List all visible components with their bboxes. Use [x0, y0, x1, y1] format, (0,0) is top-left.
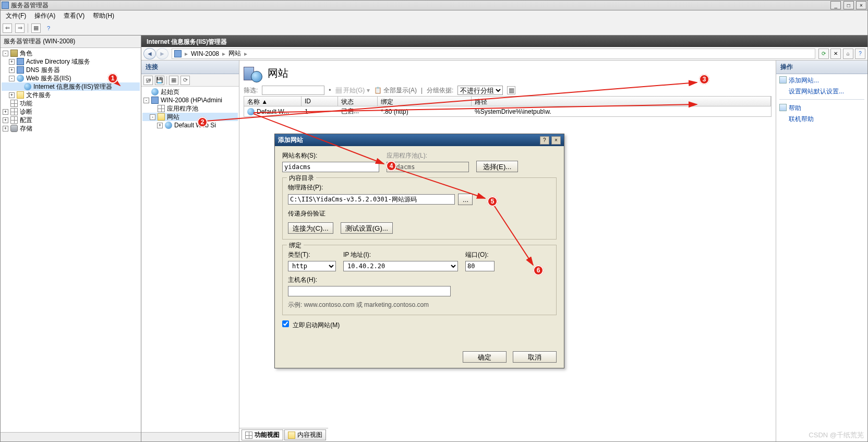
tree-hscroll[interactable]	[1, 432, 141, 441]
window-title: 服务器管理器	[11, 1, 49, 10]
action-online-help[interactable]: 联机帮助	[776, 114, 867, 125]
tree-item-features[interactable]: 功能	[2, 99, 140, 107]
port-input[interactable]	[465, 261, 495, 271]
physical-path-input[interactable]	[288, 194, 455, 205]
action-help[interactable]: 帮助	[776, 102, 867, 114]
annotation-1: 1	[107, 73, 118, 83]
site-name-input[interactable]	[282, 162, 379, 172]
tree-item-roles[interactable]: -角色	[2, 49, 140, 57]
ip-address-select[interactable]: 10.40.2.20	[343, 261, 458, 271]
col-state[interactable]: 状态	[338, 97, 378, 106]
close-button[interactable]: ×	[856, 1, 866, 9]
iis-navbar: ◄ ► ▸ WIN-2008 ▸ 网站 ▸ ⟳ ✕ ⌂ ?	[141, 47, 867, 61]
label: 应用程序池	[167, 104, 198, 113]
browse-path-button[interactable]: ...	[458, 194, 473, 205]
menu-view[interactable]: 查看(V)	[61, 10, 88, 21]
crumb-server[interactable]: WIN-2008	[191, 50, 219, 57]
tree-item-storage[interactable]: +存储	[2, 124, 140, 133]
binding-type-select[interactable]: http	[288, 261, 336, 271]
nav-stop-icon[interactable]: ✕	[830, 49, 841, 59]
menu-help[interactable]: 帮助(H)	[90, 10, 117, 21]
actions-pane: 操作 添加网站... 设置网站默认设置... 帮助 联机帮助	[776, 61, 867, 441]
dialog-titlebar[interactable]: 添加网站 ? ×	[275, 134, 564, 146]
binding-type-label: 类型(T):	[288, 250, 336, 259]
cell-state: 已启...	[341, 107, 381, 116]
back-icon[interactable]: ⇐	[3, 23, 12, 33]
conn-hscroll[interactable]	[141, 432, 239, 441]
help-icon[interactable]: ?	[44, 23, 53, 33]
menu-bar[interactable]: 文件(F) 操作(A) 查看(V) 帮助(H)	[0, 10, 868, 21]
tree-item-file-services[interactable]: +文件服务	[2, 91, 140, 99]
select-app-pool-button[interactable]: 选择(E)...	[476, 161, 518, 172]
test-settings-button[interactable]: 测试设置(G)...	[341, 222, 393, 234]
conn-view-icon[interactable]: ▦	[169, 76, 178, 85]
tree-item-config[interactable]: +配置	[2, 116, 140, 124]
forward-icon[interactable]: ⇒	[15, 23, 25, 33]
conn-item-sites[interactable]: -网站	[142, 113, 238, 121]
col-path[interactable]: 路径	[472, 97, 771, 106]
tab-features-view[interactable]: 功能视图	[242, 429, 283, 440]
nav-forward-icon[interactable]: ►	[156, 48, 168, 59]
connect-as-button[interactable]: 连接为(C)...	[288, 222, 333, 234]
maximize-button[interactable]: □	[843, 1, 854, 9]
conn-item-server[interactable]: -WIN-2008 (HP\Admini	[142, 96, 238, 104]
minimize-button[interactable]: _	[830, 1, 841, 9]
home-icon	[151, 88, 159, 95]
action-site-defaults[interactable]: 设置网站默认设置...	[776, 86, 867, 97]
tree-item-diagnostics[interactable]: +诊断	[2, 107, 140, 116]
conn-item-apppools[interactable]: 应用程序池	[142, 104, 238, 113]
autostart-checkbox[interactable]	[282, 320, 289, 327]
crumb-sites[interactable]: 网站	[228, 49, 241, 58]
dialog-help-icon[interactable]: ?	[540, 136, 549, 145]
tab-content-view[interactable]: 内容视图	[284, 429, 326, 440]
nav-home-icon[interactable]: ⌂	[843, 49, 853, 59]
conn-item-start[interactable]: 起始页	[142, 88, 238, 96]
main-titlebar: 服务器管理器 _ □ ×	[0, 0, 868, 10]
ip-address-label: IP 地址(I):	[343, 250, 458, 259]
binding-group-legend: 绑定	[287, 241, 304, 250]
nav-refresh-icon[interactable]: ⟳	[818, 49, 829, 59]
filter-input[interactable]	[262, 86, 324, 95]
show-all-btn[interactable]: 📋 全部显示(A)	[374, 86, 417, 95]
annotation-3: 3	[699, 74, 709, 85]
menu-file[interactable]: 文件(F)	[3, 10, 29, 21]
menu-action[interactable]: 操作(A)	[31, 10, 58, 21]
tree-root-header[interactable]: 服务器管理器 (WIN-2008)	[1, 35, 141, 48]
col-name[interactable]: 名称 ▲	[244, 97, 302, 106]
action-add-site[interactable]: 添加网站...	[776, 74, 867, 86]
nav-help-icon[interactable]: ?	[855, 49, 865, 59]
nav-back-icon[interactable]: ◄	[143, 48, 156, 59]
conn-item-default-site[interactable]: +Default Web Si	[142, 121, 238, 129]
sites-page-icon	[244, 64, 262, 82]
cancel-button[interactable]: 取消	[513, 351, 557, 363]
label: Default Web Si	[174, 121, 216, 129]
annotation-4: 4	[386, 161, 396, 171]
dialog-close-icon[interactable]: ×	[551, 136, 561, 145]
site-row-default[interactable]: Default W... 1 已启... *:80 (http) %System…	[244, 106, 771, 117]
col-bind[interactable]: 绑定	[378, 97, 472, 106]
passthrough-auth-label: 传递身份验证	[288, 209, 551, 218]
app-pool-label: 应用程序池(L):	[387, 151, 469, 160]
grid-layout-icon[interactable]: ▦	[507, 86, 515, 94]
tree-item-iis[interactable]: -Web 服务器(IIS)	[2, 74, 140, 82]
tree-item-dns[interactable]: +DNS 服务器	[2, 66, 140, 74]
ok-button[interactable]: 确定	[463, 351, 507, 363]
label: 功能	[20, 99, 32, 107]
main-toolbar[interactable]: ⇐ ⇒ ▦ ?	[0, 21, 868, 35]
conn-refresh-icon[interactable]: ⟳	[180, 76, 190, 85]
autostart-checkbox-label[interactable]: 立即启动网站(M)	[282, 321, 340, 329]
group-by-select[interactable]: 不进行分组	[457, 86, 503, 95]
conn-add-icon[interactable]: 🖳	[143, 76, 153, 85]
breadcrumb[interactable]: ▸ WIN-2008 ▸ 网站 ▸	[172, 49, 815, 59]
tree-item-ad[interactable]: +Active Directory 域服务	[2, 57, 140, 66]
tree-item-iis-manager[interactable]: Internet 信息服务(IIS)管理器	[2, 82, 140, 91]
dns-icon	[17, 66, 24, 74]
conn-save-icon[interactable]: 💾	[155, 76, 164, 85]
col-id[interactable]: ID	[302, 97, 338, 106]
connections-toolbar[interactable]: 🖳 💾 ▦ ⟳	[141, 74, 239, 87]
host-name-input[interactable]	[288, 286, 451, 296]
label: 角色	[20, 49, 32, 57]
show-hide-icon[interactable]: ▦	[31, 23, 41, 33]
view-tabs[interactable]: 功能视图 内容视图	[239, 428, 328, 441]
sites-grid-header[interactable]: 名称 ▲ ID 状态 绑定 路径	[244, 96, 771, 106]
